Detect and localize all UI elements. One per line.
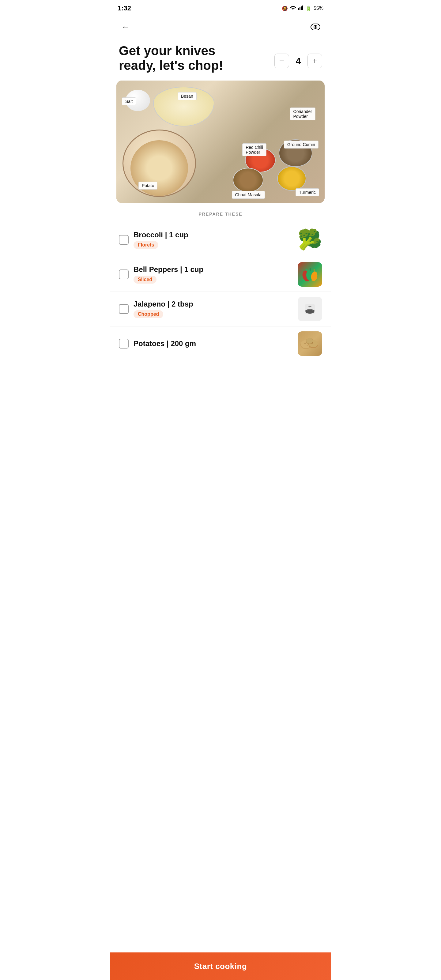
red-chili-powder-label: Red ChiliPowder <box>242 143 266 156</box>
svg-rect-12 <box>314 269 315 271</box>
ground-cumin-label: Ground Cumin <box>284 140 318 148</box>
potatoes-info: Potatoes | 200 gm <box>134 339 293 348</box>
svg-point-22 <box>304 343 306 344</box>
svg-rect-14 <box>308 306 312 307</box>
svg-rect-11 <box>310 268 310 271</box>
potato-icon <box>299 335 321 352</box>
status-bar: 1:32 🔕 🔋 55% <box>110 0 331 15</box>
broccoli-checkbox[interactable] <box>119 235 129 245</box>
back-button[interactable]: ← <box>119 20 132 34</box>
increment-button[interactable]: + <box>307 54 322 68</box>
ingredient-item-potatoes: Potatoes | 200 gm <box>110 326 331 361</box>
divider-line-right <box>247 214 322 214</box>
ingredient-item-jalapeno: Jalapeno | 2 tbsp Chopped <box>110 292 331 326</box>
svg-point-21 <box>306 338 313 344</box>
mute-icon: 🔕 <box>282 5 288 11</box>
hero-content: Get your knives ready, let's chop! <box>119 43 274 73</box>
svg-rect-3 <box>302 5 303 10</box>
broccoli-info: Broccoli | 1 cup Florets <box>134 231 293 249</box>
bell-peppers-image <box>298 262 322 286</box>
bell-pepper-icon <box>301 265 319 283</box>
potato-label: Potato <box>139 181 158 189</box>
jalapeno-icon <box>302 301 318 317</box>
turmeric-label: Turmeric <box>296 188 319 196</box>
status-time: 1:32 <box>118 4 131 12</box>
svg-rect-10 <box>306 269 307 271</box>
back-arrow-icon: ← <box>121 22 130 32</box>
eye-icon <box>310 24 320 30</box>
signal-icon <box>298 5 304 11</box>
chaat-masala-label: Chaat Masala <box>232 191 265 199</box>
svg-rect-0 <box>298 8 299 10</box>
food-image: Besan Salt CorianderPowder Red ChiliPowd… <box>116 81 325 203</box>
bell-peppers-prep: Sliced <box>134 275 156 283</box>
section-title: PREPARE THESE <box>199 212 242 216</box>
bell-peppers-checkbox[interactable] <box>119 269 129 279</box>
bell-peppers-name: Bell Peppers | 1 cup <box>134 265 293 274</box>
jalapeno-checkbox[interactable] <box>119 304 129 314</box>
chaat-masala-bowl <box>233 168 263 192</box>
battery-icon: 🔋 <box>306 5 312 11</box>
broccoli-image: 🥦 <box>298 228 322 252</box>
svg-point-24 <box>312 342 313 344</box>
section-divider: PREPARE THESE <box>110 203 331 223</box>
ingredients-list: Broccoli | 1 cup Florets 🥦 Bell Peppers … <box>110 223 331 361</box>
jalapeno-prep: Chopped <box>134 310 163 318</box>
svg-rect-1 <box>299 7 301 10</box>
coriander-powder-label: CorianderPowder <box>290 108 315 120</box>
besan-label: Besan <box>178 92 197 100</box>
broccoli-prep: Florets <box>134 241 158 249</box>
top-navigation: ← <box>110 15 331 38</box>
potatoes-name: Potatoes | 200 gm <box>134 339 293 348</box>
broccoli-name: Broccoli | 1 cup <box>134 231 293 239</box>
page-title: Get your knives ready, let's chop! <box>119 43 235 73</box>
jalapeno-info: Jalapeno | 2 tbsp Chopped <box>134 300 293 318</box>
jalapeno-image <box>298 297 322 321</box>
view-button[interactable] <box>309 20 322 34</box>
food-image-background: Besan Salt CorianderPowder Red ChiliPowd… <box>116 81 325 203</box>
battery-percent: 55% <box>314 5 323 11</box>
potatoes-image <box>298 331 322 356</box>
serving-counter: − 4 + <box>274 51 322 68</box>
svg-point-6 <box>315 26 316 28</box>
salt-label: Salt <box>122 97 136 105</box>
bell-peppers-info: Bell Peppers | 1 cup Sliced <box>134 265 293 283</box>
potatoes-checkbox[interactable] <box>119 339 129 348</box>
decrement-button[interactable]: − <box>274 54 289 68</box>
potato-bowl <box>123 130 196 197</box>
divider-line-left <box>119 214 194 214</box>
hero-section: Get your knives ready, let's chop! − 4 + <box>110 38 331 81</box>
turmeric-bowl <box>277 166 306 191</box>
jalapeno-name: Jalapeno | 2 tbsp <box>134 300 293 309</box>
wifi-icon <box>290 5 296 11</box>
svg-rect-2 <box>301 6 302 10</box>
ingredient-item-bell-peppers: Bell Peppers | 1 cup Sliced <box>110 257 331 292</box>
serving-count: 4 <box>294 56 302 66</box>
svg-point-23 <box>307 345 308 346</box>
broccoli-icon: 🥦 <box>298 228 322 252</box>
ingredient-item-broccoli: Broccoli | 1 cup Florets 🥦 <box>110 223 331 257</box>
status-icons: 🔕 🔋 55% <box>282 5 323 11</box>
